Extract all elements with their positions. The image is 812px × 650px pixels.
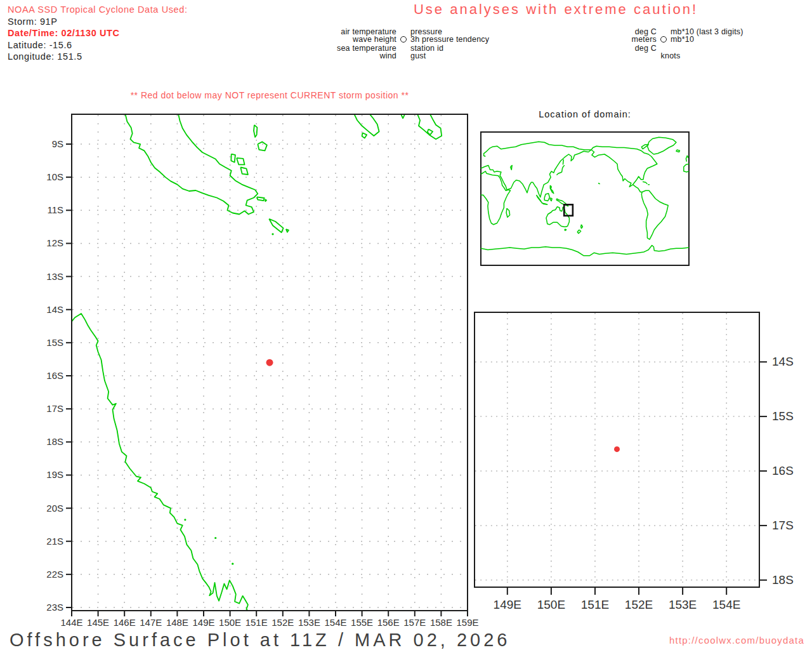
units-sea-temperature: deg C <box>593 44 657 52</box>
island-outline <box>269 219 283 232</box>
island-outline <box>362 133 367 138</box>
y-tick-label: 21S <box>46 536 63 547</box>
units-circle-cell <box>658 36 669 44</box>
y-tick-label: 14S <box>46 304 63 315</box>
x-tick-label: 153E <box>298 617 320 628</box>
world-coastline <box>544 194 549 201</box>
x-tick-label: 155E <box>351 617 373 628</box>
x-tick-label: 157E <box>403 617 426 628</box>
legend-spacer <box>398 28 409 36</box>
islet-dot <box>214 537 216 539</box>
storm-id-line: Storm: 91P <box>8 16 188 28</box>
y-tick-label: 23S <box>46 602 63 613</box>
world-coastline <box>581 225 583 229</box>
storm-info-block: NOAA SSD Tropical Cyclone Data Used: Sto… <box>8 4 188 63</box>
world-coastline <box>577 230 580 234</box>
world-coastline <box>550 185 554 194</box>
world-map-frame <box>481 132 689 265</box>
y-tick-label: 20S <box>46 503 63 514</box>
page-title: Offshore Surface Plot at 11Z / MAR 02, 2… <box>10 630 510 650</box>
latitude-line: Latitude: -15.6 <box>8 39 188 51</box>
world-coastline <box>563 159 563 164</box>
world-coastline <box>556 166 565 175</box>
world-coastline <box>633 185 643 192</box>
world-coastline <box>643 182 647 184</box>
world-coastline <box>565 229 566 230</box>
legend-circle-cell <box>398 36 409 44</box>
station-circle-icon <box>400 36 407 43</box>
island-outline <box>257 197 265 201</box>
world-coastline <box>676 150 679 152</box>
island-outline <box>353 113 379 136</box>
x-tick-label: 151E <box>581 598 609 611</box>
island-outline <box>286 229 289 232</box>
world-coastline <box>647 137 676 154</box>
y-tick-label: 17S <box>772 519 794 532</box>
station-model-legend: air temperature pressure wave height 3h … <box>315 28 518 60</box>
x-tick-label: 156E <box>377 617 400 628</box>
x-tick-label: 152E <box>272 617 294 628</box>
units-knots: knots <box>575 52 766 60</box>
x-tick-label: 150E <box>537 598 565 611</box>
island-outline <box>258 142 267 150</box>
y-tick-label: 18S <box>46 436 63 447</box>
legend-station-id: station id <box>410 44 518 52</box>
island-outline <box>237 158 245 164</box>
world-coastline <box>481 171 511 225</box>
x-tick-label: 147E <box>140 617 162 628</box>
x-tick-label: 151E <box>246 617 268 628</box>
y-tick-label: 16S <box>46 370 63 381</box>
x-tick-label: 144E <box>60 617 82 628</box>
island-outline <box>231 154 235 162</box>
world-coastline <box>686 156 688 161</box>
x-tick-label: 150E <box>219 617 241 628</box>
island-outline <box>417 113 442 140</box>
island-outline <box>265 199 266 201</box>
units-empty <box>671 44 783 52</box>
x-tick-label: 145E <box>87 617 109 628</box>
storm-position-warning: ** Red dot below may NOT represent CURRE… <box>72 90 468 100</box>
y-tick-label: 19S <box>46 469 63 480</box>
longitude-line: Longitude: 151.5 <box>8 51 188 63</box>
world-coastline <box>550 198 552 201</box>
y-tick-label: 11S <box>47 204 63 215</box>
islet-dot <box>184 519 186 521</box>
y-tick-label: 13S <box>46 271 63 282</box>
x-tick-label: 154E <box>712 598 740 611</box>
world-inset-title: Location of domain: <box>481 109 689 119</box>
y-tick-label: 17S <box>46 403 63 414</box>
world-coastline <box>511 166 513 170</box>
y-tick-label: 15S <box>772 409 794 423</box>
world-coastline <box>546 207 569 227</box>
world-coastline <box>591 146 657 187</box>
x-tick-label: 153E <box>669 598 697 611</box>
x-tick-label: 159E <box>456 617 478 628</box>
y-tick-label: 15S <box>46 337 63 348</box>
units-pressure-tendency: mb*10 <box>671 36 783 44</box>
world-coastline <box>481 246 689 256</box>
legend-spacer <box>398 52 409 60</box>
y-tick-label: 22S <box>46 569 63 580</box>
y-tick-label: 12S <box>46 237 63 248</box>
world-coastline <box>641 190 668 239</box>
x-tick-label: 152E <box>625 598 653 611</box>
storm-dot-zoom <box>614 446 620 452</box>
island-outline <box>400 113 405 119</box>
world-coastline <box>481 142 591 197</box>
world-coastline <box>506 208 510 217</box>
islet-dot <box>272 233 273 235</box>
world-coastline <box>537 195 547 204</box>
caution-banner: Use analyses with extreme caution! <box>393 1 718 18</box>
y-tick-label: 16S <box>772 464 794 477</box>
y-tick-label: 18S <box>772 573 794 587</box>
x-tick-label: 149E <box>494 598 521 611</box>
source-url: http://coolwx.com/buoydata <box>609 635 804 646</box>
x-tick-label: 149E <box>192 617 214 628</box>
world-coastline <box>684 164 689 172</box>
coastline-queensland <box>70 314 249 611</box>
world-coastline <box>598 183 600 184</box>
data-source-line: NOAA SSD Tropical Cyclone Data Used: <box>8 4 188 16</box>
units-spacer <box>658 28 669 36</box>
islet-dot <box>232 563 233 565</box>
x-tick-label: 148E <box>166 617 188 628</box>
